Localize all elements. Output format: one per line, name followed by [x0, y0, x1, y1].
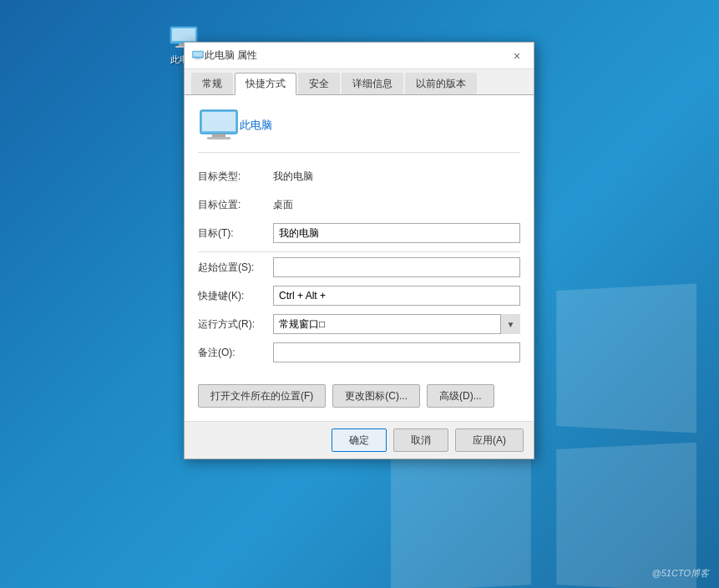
target-type-label: 目标类型: [198, 170, 273, 184]
svg-rect-5 [193, 52, 202, 57]
svg-rect-1 [172, 28, 195, 41]
tab-bar: 常规 快捷方式 安全 详细信息 以前的版本 [185, 69, 534, 95]
target-label: 目标(T): [198, 226, 273, 241]
dialog-titlebar: 此电脑 属性 × [185, 43, 534, 69]
logo-pane-bl [391, 443, 531, 588]
target-row: 目标(T): [198, 223, 520, 243]
start-location-input[interactable] [273, 257, 520, 277]
tab-shortcut[interactable]: 快捷方式 [235, 73, 296, 95]
dialog-title: 此电脑 属性 [205, 48, 507, 63]
app-header-section: 此电脑 [198, 109, 520, 153]
cancel-button[interactable]: 取消 [393, 428, 448, 452]
close-button[interactable]: × [507, 46, 527, 66]
ok-button[interactable]: 确定 [332, 428, 387, 452]
logo-pane-br [556, 443, 696, 588]
shortcut-row: 快捷键(K): [198, 286, 520, 306]
svg-rect-6 [196, 58, 200, 58]
comment-label: 备注(O): [198, 346, 273, 360]
tab-general[interactable]: 常规 [191, 73, 233, 94]
target-location-row: 目标位置: 桌面 [198, 195, 520, 215]
target-input[interactable] [273, 223, 520, 243]
run-mode-select-wrapper: 常规窗口□最小化最大化 ▼ [273, 314, 520, 334]
svg-rect-7 [195, 59, 201, 60]
watermark: @51CTO博客 [652, 567, 709, 580]
svg-rect-11 [207, 137, 230, 139]
comment-input[interactable] [273, 342, 520, 362]
tab-details[interactable]: 详细信息 [342, 73, 403, 94]
start-location-label: 起始位置(S): [198, 261, 273, 275]
target-type-row: 目标类型: 我的电脑 [198, 166, 520, 186]
change-icon-button[interactable]: 更改图标(C)... [332, 384, 420, 408]
shortcut-label: 快捷键(K): [198, 289, 273, 303]
shortcut-input[interactable] [273, 286, 520, 306]
app-icon [198, 109, 240, 142]
open-location-button[interactable]: 打开文件所在的位置(F) [198, 384, 326, 408]
app-name: 此电脑 [240, 118, 272, 133]
tab-previous-versions[interactable]: 以前的版本 [405, 73, 477, 94]
tab-security[interactable]: 安全 [298, 73, 340, 94]
separator-1 [198, 251, 520, 252]
advanced-button[interactable]: 高级(D)... [427, 384, 494, 408]
properties-dialog: 此电脑 属性 × 常规 快捷方式 安全 详细信息 以前的版本 此电脑 目标类型:… [184, 42, 534, 459]
run-mode-select[interactable]: 常规窗口□最小化最大化 [273, 314, 520, 334]
action-buttons-row: 打开文件所在的位置(F) 更改图标(C)... 高级(D)... [198, 384, 520, 408]
dialog-content: 此电脑 目标类型: 我的电脑 目标位置: 桌面 目标(T): 起始位置(S): [185, 95, 534, 421]
run-mode-label: 运行方式(R): [198, 317, 273, 332]
run-mode-row: 运行方式(R): 常规窗口□最小化最大化 ▼ [198, 314, 520, 334]
target-type-value: 我的电脑 [273, 170, 313, 184]
logo-pane-tr [556, 284, 696, 433]
dialog-footer: 确定 取消 应用(A) [185, 421, 534, 459]
form-section: 目标类型: 我的电脑 目标位置: 桌面 目标(T): 起始位置(S): 快捷 [198, 163, 520, 374]
target-location-value: 桌面 [273, 198, 293, 212]
svg-rect-9 [202, 112, 235, 131]
start-location-row: 起始位置(S): [198, 257, 520, 277]
svg-rect-10 [212, 134, 225, 137]
comment-row: 备注(O): [198, 342, 520, 362]
titlebar-icon [191, 50, 205, 61]
apply-button[interactable]: 应用(A) [455, 428, 524, 452]
target-location-label: 目标位置: [198, 198, 273, 212]
